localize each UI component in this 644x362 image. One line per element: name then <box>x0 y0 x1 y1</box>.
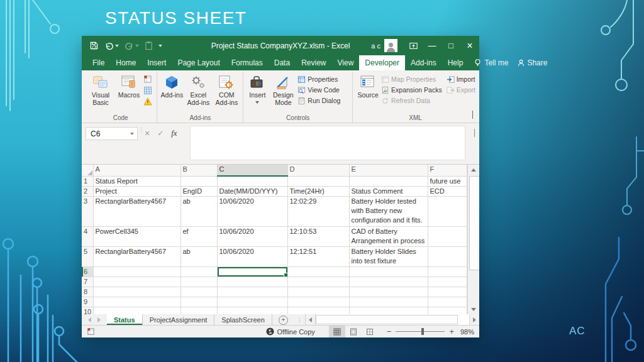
cell-B5[interactable]: ab <box>180 246 217 266</box>
design-mode-button[interactable]: Design Mode <box>269 72 297 106</box>
normal-view-button[interactable] <box>329 326 345 337</box>
macro-record-button[interactable] <box>87 327 95 336</box>
cell-F8[interactable] <box>428 287 467 297</box>
select-all-corner[interactable] <box>82 165 93 176</box>
insert-control-button[interactable]: Insert <box>246 72 269 104</box>
user-name[interactable]: a c <box>371 42 380 50</box>
cell-F1[interactable]: future use <box>428 176 467 186</box>
maximize-button[interactable]: □ <box>441 36 460 55</box>
cell-D8[interactable] <box>287 287 349 297</box>
cell-D9[interactable] <box>287 297 349 307</box>
zoom-out-icon[interactable]: − <box>387 329 392 335</box>
horizontal-scrollbar[interactable] <box>305 314 479 325</box>
tab-developer[interactable]: Developer <box>359 55 405 70</box>
import-button[interactable]: Import <box>447 75 475 84</box>
scroll-up-icon[interactable] <box>468 165 480 175</box>
undo-dropdown-icon[interactable] <box>115 45 119 47</box>
cell-E2[interactable]: Status Comment <box>349 186 428 196</box>
cell-A4[interactable]: PowerCell345 <box>93 226 180 246</box>
redo-button-disabled[interactable] <box>125 41 139 50</box>
col-header-A[interactable]: A <box>93 165 180 176</box>
cell-A6[interactable] <box>93 266 180 277</box>
cell-F6[interactable] <box>428 266 467 277</box>
cell-E10[interactable] <box>349 307 428 314</box>
com-add-ins-button[interactable]: COM Add-ins <box>213 72 240 106</box>
cell-E5[interactable]: Battery Holder Slides into test fixture <box>349 246 428 266</box>
formula-bar-collapse-icon[interactable] <box>474 129 475 137</box>
scroll-down-icon[interactable] <box>468 304 480 314</box>
macros-button[interactable]: Macros <box>115 72 143 99</box>
cell-E6[interactable] <box>349 266 428 277</box>
vertical-scrollbar[interactable] <box>467 165 480 314</box>
row-header-4[interactable]: 4 <box>82 226 93 246</box>
cell-C4[interactable]: 10/06/2020 <box>217 226 287 246</box>
macro-security-icon[interactable] <box>143 97 152 107</box>
row-header-8[interactable]: 8 <box>82 287 93 297</box>
cell-F2[interactable]: ECD <box>428 186 467 196</box>
col-header-C[interactable]: C <box>217 165 287 176</box>
col-header-B[interactable]: B <box>180 165 217 176</box>
cell-F10[interactable] <box>428 307 467 314</box>
insert-dropdown-icon[interactable] <box>255 101 259 104</box>
cell-D10[interactable] <box>287 307 349 314</box>
tell-me[interactable]: Tell me <box>469 55 514 70</box>
col-header-E[interactable]: E <box>349 165 428 176</box>
view-code-button[interactable]: View Code <box>297 85 340 94</box>
tab-add-ins[interactable]: Add-ins <box>405 55 442 70</box>
cell-C9[interactable] <box>217 297 287 307</box>
export-button-disabled[interactable]: Export <box>447 85 475 94</box>
add-ins-button[interactable]: Add-ins <box>160 72 184 99</box>
cell-C7[interactable] <box>217 277 287 287</box>
cell-B7[interactable] <box>180 277 217 287</box>
cell-C10[interactable] <box>217 307 287 314</box>
close-button[interactable]: × <box>460 36 479 55</box>
map-properties-button-disabled[interactable]: Map Properties <box>381 75 442 84</box>
visual-basic-button[interactable]: Visual Basic <box>87 72 114 106</box>
tab-review[interactable]: Review <box>296 55 331 70</box>
cell-E4[interactable]: CAD of Battery Arrangement in process <box>349 226 428 246</box>
cell-A2[interactable]: Project <box>93 186 180 196</box>
cell-C2[interactable]: Date(MM/DD/YYY) <box>217 186 287 196</box>
cell-D6[interactable] <box>287 266 349 277</box>
page-layout-view-button[interactable] <box>345 326 362 337</box>
cell-E9[interactable] <box>349 297 428 307</box>
cell-C1[interactable] <box>217 176 287 186</box>
scroll-right-icon[interactable] <box>470 314 479 325</box>
cell-A9[interactable] <box>93 297 180 307</box>
source-button[interactable]: Source <box>355 72 380 99</box>
tab-home[interactable]: Home <box>110 55 142 70</box>
page-break-view-button[interactable] <box>362 326 378 337</box>
cell-B2[interactable]: EngID <box>180 186 217 196</box>
row-header-5[interactable]: 5 <box>82 246 93 266</box>
cell-D5[interactable]: 12:12:51 <box>287 246 349 266</box>
row-header-7[interactable]: 7 <box>82 277 93 287</box>
name-box-dropdown-icon[interactable] <box>130 133 134 135</box>
row-header-1[interactable]: 1 <box>82 176 93 186</box>
cell-B4[interactable]: ef <box>180 226 217 246</box>
cell-F3[interactable] <box>428 196 467 226</box>
cell-D1[interactable] <box>287 176 349 186</box>
cell-D3[interactable]: 12:02:29 <box>287 196 349 226</box>
tab-page-layout[interactable]: Page Layout <box>172 55 225 70</box>
collapse-ribbon-icon[interactable] <box>472 111 473 119</box>
cell-D4[interactable]: 12:10:53 <box>287 226 349 246</box>
cell-A3[interactable]: RectanglarBattery4567 <box>93 196 180 226</box>
cell-B1[interactable] <box>180 176 217 186</box>
cell-E8[interactable] <box>349 287 428 297</box>
tab-help[interactable]: Help <box>442 55 469 70</box>
tab-insert[interactable]: Insert <box>142 55 172 70</box>
row-header-2[interactable]: 2 <box>82 186 93 196</box>
cancel-icon[interactable]: × <box>145 128 150 138</box>
cell-A8[interactable] <box>93 287 180 297</box>
sheet-tab-splashscreen[interactable]: SplashScreen <box>214 314 272 325</box>
cell-F7[interactable] <box>428 277 467 287</box>
row-header-9[interactable]: 9 <box>82 297 93 307</box>
zoom-slider-thumb[interactable] <box>421 328 424 335</box>
tab-view[interactable]: View <box>332 55 360 70</box>
cell-A5[interactable]: RectanglarBattery4567 <box>93 246 180 266</box>
cell-F5[interactable] <box>428 246 467 266</box>
zoom-in-icon[interactable]: + <box>449 329 454 335</box>
cell-E3[interactable]: Battery Holder tested with Battery new c… <box>349 196 428 226</box>
avatar[interactable] <box>384 39 397 52</box>
row-header-3[interactable]: 3 <box>82 196 93 226</box>
